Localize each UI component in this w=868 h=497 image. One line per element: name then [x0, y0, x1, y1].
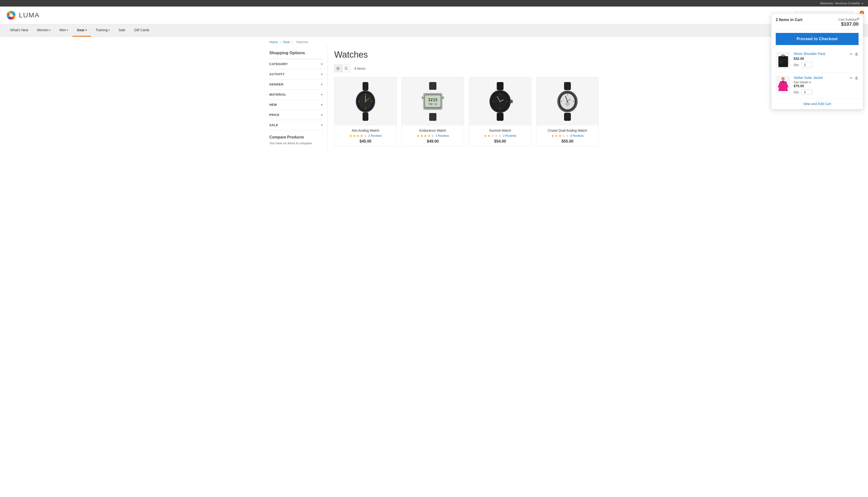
nav-item-gift-cards[interactable]: Gift Cards	[129, 24, 154, 37]
filter-category[interactable]: CATEGORY ▾	[269, 59, 322, 69]
compare-title: Compare Products	[269, 135, 322, 140]
cart-item-price: $75.00	[794, 84, 846, 88]
product-image-summit[interactable]	[469, 77, 531, 126]
endurance-watch-image: 3215 TUE 13	[418, 81, 447, 122]
star-3: ★	[424, 134, 427, 138]
product-image-aim[interactable]	[334, 77, 396, 126]
svg-rect-51	[780, 61, 782, 63]
welcome-text[interactable]: Welcome, Veronica Costello!	[820, 1, 860, 5]
filter-sale[interactable]: SALE ▾	[269, 120, 322, 130]
grid-view-button[interactable]: ⊞	[334, 65, 342, 72]
svg-point-34	[500, 101, 501, 102]
view-edit-cart-link[interactable]: View and Edit Cart	[803, 102, 831, 106]
breadcrumb-area: Home › Gear › Watches	[265, 37, 603, 45]
svg-rect-23	[497, 82, 504, 90]
svg-rect-36	[564, 82, 571, 90]
cart-item-image-jacket	[776, 76, 790, 93]
filter-new[interactable]: NEW ▾	[269, 100, 322, 110]
product-image-cruise[interactable]	[536, 77, 599, 126]
cart-qty-label: Qty:	[794, 90, 799, 94]
svg-rect-37	[564, 113, 571, 121]
product-name[interactable]: Summit Watch	[472, 129, 528, 132]
product-image-endurance[interactable]: 3215 TUE 13	[402, 77, 464, 126]
cart-qty-input[interactable]	[801, 89, 812, 95]
cart-qty-row: Qty:	[794, 62, 846, 68]
nav-item-sale[interactable]: Sale	[114, 24, 129, 37]
product-card: Cruise Dual Analog Watch ★ ★ ★ ★ ★ 4 Rev…	[536, 77, 599, 147]
shopping-options-title: Shopping Options	[269, 47, 322, 59]
cart-item-name[interactable]: Strive Shoulder Pack	[794, 52, 846, 56]
filter-price[interactable]: PRICE ▾	[269, 110, 322, 120]
product-card: 3215 TUE 13 Endurance Watch ★ ★ ★ ★ ★	[402, 77, 464, 147]
filter-gender[interactable]: GENDER ▾	[269, 80, 322, 89]
list-view-button[interactable]: ☰	[342, 65, 350, 72]
product-rating: ★ ★ ★ ★ ★ 3 Reviews	[472, 134, 528, 138]
view-toggle: ⊞ ☰	[334, 65, 350, 72]
cart-close-button[interactable]: ✕	[856, 16, 860, 22]
svg-rect-24	[497, 113, 504, 121]
cart-item-image-bag	[776, 52, 790, 69]
activity-chevron: ▾	[321, 73, 323, 76]
product-info: Summit Watch ★ ★ ★ ★ ★ 3 Reviews $54.00	[469, 126, 531, 146]
product-name[interactable]: Aim Analog Watch	[337, 129, 394, 132]
checkout-button[interactable]: Proceed to Checkout	[776, 33, 858, 45]
cart-dropdown: ✕ 2 Items in Cart Cart Subtotal : $107.0…	[771, 14, 863, 110]
nav-item-women[interactable]: Women ▾	[32, 24, 55, 37]
top-bar: Welcome, Veronica Costello! ▾	[0, 0, 868, 6]
cart-items-count: 2 Items in Cart	[776, 18, 802, 22]
star-1: ★	[417, 134, 420, 138]
header: LUMA 🔍 🛒 2	[0, 6, 868, 24]
men-caret: ▾	[67, 29, 68, 31]
price-chevron: ▾	[321, 113, 323, 117]
star-2: ★	[420, 134, 423, 138]
new-chevron: ▾	[321, 103, 323, 106]
svg-text:3215: 3215	[428, 98, 438, 102]
product-info: Aim Analog Watch ★ ★ ★ ★ ★ 2 Reviews $45…	[334, 126, 396, 146]
svg-rect-14	[429, 82, 436, 90]
material-chevron: ▾	[321, 93, 323, 96]
star-3: ★	[559, 134, 562, 138]
cart-item-name[interactable]: Stellar Solar Jacket	[794, 76, 846, 80]
star-4: ★	[495, 134, 498, 138]
star-4: ★	[360, 134, 363, 138]
logo-area[interactable]: LUMA	[6, 10, 40, 20]
cart-item-edit-button[interactable]: ✏	[850, 76, 853, 80]
nav-item-men[interactable]: Men ▾	[55, 24, 72, 37]
product-name[interactable]: Cruise Dual Analog Watch	[540, 129, 596, 132]
star-5: ★	[431, 134, 434, 138]
reviews-link[interactable]: 2 Reviews	[368, 134, 382, 138]
breadcrumb-home[interactable]: Home	[269, 40, 278, 44]
nav-item-whats-new[interactable]: What's New	[6, 24, 32, 37]
account-chevron: ▾	[862, 2, 863, 5]
filter-material[interactable]: MATERIAL ▾	[269, 89, 322, 100]
nav-item-training[interactable]: Training ▾	[91, 24, 114, 37]
reviews-link[interactable]: 3 Reviews	[503, 134, 516, 138]
product-info: Cruise Dual Analog Watch ★ ★ ★ ★ ★ 4 Rev…	[536, 126, 599, 146]
product-rating: ★ ★ ★ ★ ★ 4 Reviews	[540, 134, 596, 138]
svg-text:TUE 13: TUE 13	[429, 103, 437, 105]
women-caret: ▾	[50, 29, 51, 31]
cart-item-actions: ✏ 🗑	[850, 52, 858, 56]
cart-item-delete-button[interactable]: 🗑	[855, 76, 858, 80]
star-3: ★	[491, 134, 494, 138]
svg-point-1	[10, 14, 13, 17]
cart-item-delete-button[interactable]: 🗑	[855, 52, 858, 56]
main-nav: What's New Women ▾ Men ▾ Gear ▾ Training…	[0, 24, 868, 37]
cart-qty-input[interactable]	[801, 62, 812, 68]
breadcrumb-gear[interactable]: Gear	[283, 40, 290, 44]
reviews-link[interactable]: 4 Reviews	[570, 134, 584, 138]
svg-rect-35	[510, 100, 513, 103]
svg-rect-2	[363, 82, 368, 90]
product-name[interactable]: Endurance Watch	[405, 129, 461, 132]
nav-item-gear[interactable]: Gear ▾	[72, 24, 91, 37]
main-content: Watches ⊞ ☰ 9 Items	[327, 45, 599, 152]
cart-item-edit-button[interactable]: ✏	[850, 52, 853, 56]
compare-section: Compare Products You have no items to co…	[269, 130, 322, 150]
star-3: ★	[356, 134, 360, 138]
page-layout: Shopping Options CATEGORY ▾ ACTIVITY ▾ G…	[265, 45, 603, 152]
cart-item-see-details[interactable]: See Details ▾	[794, 81, 846, 84]
cart-qty-row: Qty:	[794, 89, 846, 95]
svg-point-53	[781, 77, 785, 80]
filter-activity[interactable]: ACTIVITY ▾	[269, 69, 322, 80]
reviews-link[interactable]: 3 Reviews	[436, 134, 449, 138]
